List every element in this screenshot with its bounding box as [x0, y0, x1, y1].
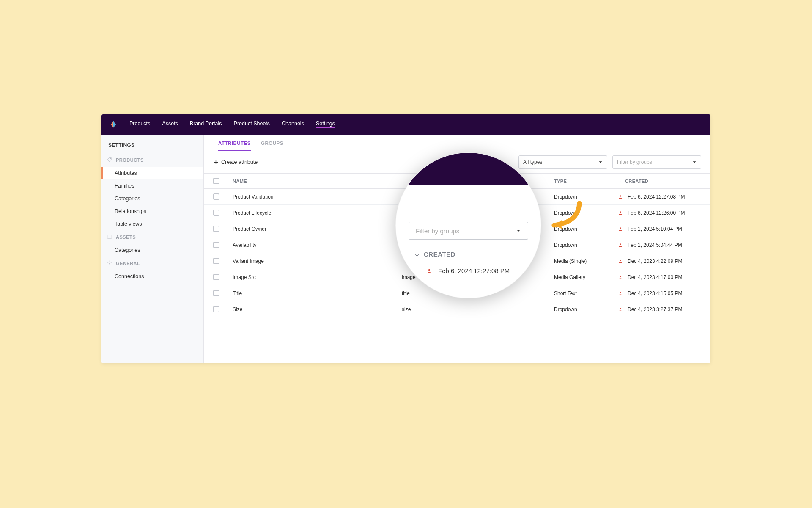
svg-point-9	[620, 292, 621, 293]
sidebar-section-products: PRODUCTS	[102, 153, 203, 167]
cell-created: Dec 4, 2023 4:22:09 PM	[628, 258, 682, 264]
group-filter-select[interactable]: Filter by groups	[612, 155, 701, 169]
table-row[interactable]: SizesizeDropdownDec 4, 2023 3:27:37 PM	[204, 301, 710, 318]
cell-type: Dropdown	[554, 242, 617, 248]
cell-id: size	[402, 306, 554, 312]
row-checkbox[interactable]	[213, 290, 219, 296]
section-icon	[107, 260, 112, 267]
sidebar-item-categories[interactable]: Categories	[102, 244, 203, 257]
magnified-group-filter[interactable]: Filter by groups	[409, 222, 528, 240]
magnifier-overlay: Filter by groups CREATED Feb 6, 2024 12:…	[395, 152, 541, 298]
user-icon	[617, 194, 623, 199]
sidebar-item-attributes[interactable]: Attributes	[102, 167, 203, 179]
row-checkbox[interactable]	[213, 210, 219, 216]
magnified-timestamp: Feb 6, 2024 12:27:08 PM	[438, 267, 510, 274]
cell-name: Title	[233, 290, 402, 296]
nav-link-brand-portals[interactable]: Brand Portals	[190, 121, 222, 128]
sidebar-item-families[interactable]: Families	[102, 179, 203, 192]
column-header-name[interactable]: NAME	[233, 179, 402, 184]
nav-link-channels[interactable]: Channels	[282, 121, 304, 128]
tabs: ATTRIBUTESGROUPS	[204, 135, 710, 151]
nav-link-products[interactable]: Products	[129, 121, 150, 128]
row-checkbox[interactable]	[213, 226, 219, 232]
sidebar-section-general: GENERAL	[102, 257, 203, 270]
sort-desc-icon	[414, 251, 420, 258]
cell-created: Dec 4, 2023 3:27:37 PM	[628, 306, 682, 312]
cell-created: Feb 6, 2024 12:27:08 PM	[628, 194, 685, 200]
svg-point-8	[620, 276, 621, 277]
cell-type: Media Gallery	[554, 274, 617, 280]
cell-name: Product Lifecycle	[233, 210, 402, 216]
user-icon	[426, 268, 432, 273]
plus-icon	[213, 160, 219, 165]
cell-name: Size	[233, 306, 402, 312]
cell-created: Dec 4, 2023 4:15:05 PM	[628, 290, 682, 296]
row-checkbox[interactable]	[213, 193, 219, 200]
user-icon	[617, 259, 623, 264]
cell-created: Dec 4, 2023 4:17:00 PM	[628, 274, 682, 280]
sidebar-item-table-views[interactable]: Table views	[102, 218, 203, 230]
svg-point-11	[428, 269, 430, 271]
cell-type: Dropdown	[554, 226, 617, 232]
sort-desc-icon	[617, 179, 623, 184]
section-icon	[107, 234, 112, 240]
cell-type: Short Text	[554, 290, 617, 296]
cell-created: Feb 1, 2024 5:10:04 PM	[628, 226, 682, 232]
row-checkbox[interactable]	[213, 274, 219, 280]
row-checkbox[interactable]	[213, 242, 219, 248]
app-logo-icon	[109, 120, 118, 129]
cell-type: Dropdown	[554, 210, 617, 216]
cell-created: Feb 1, 2024 5:04:44 PM	[628, 242, 682, 248]
row-checkbox[interactable]	[213, 258, 219, 264]
chevron-down-icon	[516, 228, 521, 233]
sidebar-title: SETTINGS	[102, 141, 203, 153]
create-attribute-button[interactable]: Create attribute	[213, 159, 258, 165]
svg-point-4	[620, 211, 621, 213]
cell-type: Media (Single)	[554, 258, 617, 264]
sidebar: SETTINGS PRODUCTSAttributesFamiliesCateg…	[102, 135, 204, 363]
cell-name: Product Validation	[233, 194, 402, 200]
svg-point-6	[620, 243, 621, 245]
cell-created: Feb 6, 2024 12:26:00 PM	[628, 210, 685, 216]
sidebar-item-connections[interactable]: Connections	[102, 270, 203, 283]
tab-groups[interactable]: GROUPS	[261, 135, 283, 151]
svg-point-2	[109, 262, 110, 264]
select-all-checkbox[interactable]	[213, 178, 219, 184]
user-icon	[617, 291, 623, 296]
svg-point-10	[620, 308, 621, 309]
cell-type: Dropdown	[554, 306, 617, 312]
chevron-down-icon	[692, 160, 697, 164]
nav-link-settings[interactable]: Settings	[316, 121, 335, 128]
cell-name: Variant Image	[233, 258, 402, 264]
section-icon	[107, 157, 112, 163]
sidebar-item-categories[interactable]: Categories	[102, 192, 203, 205]
column-header-created[interactable]: CREATED	[617, 179, 701, 184]
svg-point-7	[620, 260, 621, 261]
type-filter-value: All types	[523, 159, 542, 165]
row-checkbox[interactable]	[213, 306, 219, 312]
svg-point-5	[620, 227, 621, 229]
user-icon	[617, 226, 623, 232]
nav-link-product-sheets[interactable]: Product Sheets	[234, 121, 270, 128]
magnified-created-header: CREATED	[414, 251, 541, 258]
svg-rect-1	[107, 235, 112, 238]
nav-link-assets[interactable]: Assets	[162, 121, 178, 128]
column-header-type[interactable]: TYPE	[554, 179, 617, 184]
svg-point-3	[620, 195, 621, 197]
sidebar-section-assets: ASSETS	[102, 230, 203, 244]
tab-attributes[interactable]: ATTRIBUTES	[218, 135, 251, 151]
cell-type: Dropdown	[554, 194, 617, 200]
create-attribute-label: Create attribute	[221, 159, 258, 165]
chevron-down-icon	[598, 160, 603, 164]
svg-point-0	[110, 158, 111, 159]
group-filter-placeholder: Filter by groups	[617, 159, 652, 165]
cell-name: Product Owner	[233, 226, 402, 232]
nav-links: ProductsAssetsBrand PortalsProduct Sheet…	[129, 121, 335, 128]
magnified-group-placeholder: Filter by groups	[416, 227, 459, 235]
app-window: ProductsAssetsBrand PortalsProduct Sheet…	[102, 114, 710, 363]
user-icon	[617, 307, 623, 312]
cell-name: Image Src	[233, 274, 402, 280]
sidebar-item-relationships[interactable]: Relationships	[102, 205, 203, 218]
type-filter-select[interactable]: All types	[518, 155, 607, 169]
cell-name: Availability	[233, 242, 402, 248]
